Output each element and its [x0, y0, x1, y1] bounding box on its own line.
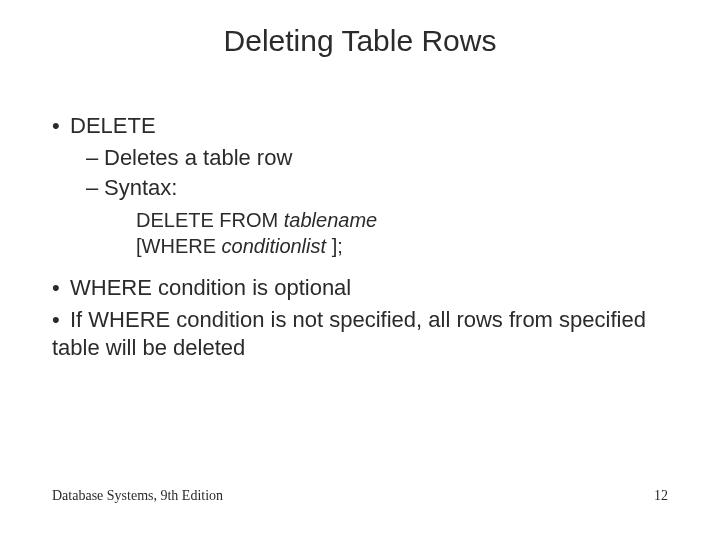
- slide: Deleting Table Rows •DELETE –Deletes a t…: [0, 0, 720, 540]
- syntax-italic: tablename: [284, 209, 377, 231]
- syntax-block: DELETE FROM tablename [WHERE conditionli…: [136, 208, 668, 259]
- bullet-text: If WHERE condition is not specified, all…: [52, 307, 646, 360]
- slide-body: •DELETE –Deletes a table row –Syntax: DE…: [52, 112, 668, 366]
- syntax-text: [WHERE: [136, 235, 222, 257]
- bullet-level1: •If WHERE condition is not specified, al…: [52, 306, 668, 362]
- bullet-icon: •: [52, 274, 70, 302]
- slide-title: Deleting Table Rows: [0, 24, 720, 58]
- bullet-text: WHERE condition is optional: [70, 275, 351, 300]
- footer-page-number: 12: [654, 488, 668, 504]
- bullet-level2: –Syntax:: [86, 174, 668, 202]
- footer-left: Database Systems, 9th Edition: [52, 488, 223, 504]
- bullet-level1: •WHERE condition is optional: [52, 274, 668, 302]
- syntax-text: DELETE FROM: [136, 209, 284, 231]
- sub-bullets: –Deletes a table row –Syntax: DELETE FRO…: [86, 144, 668, 260]
- syntax-line: DELETE FROM tablename: [136, 208, 668, 234]
- syntax-italic: conditionlist: [222, 235, 332, 257]
- bullet-level1: •DELETE: [52, 112, 668, 140]
- dash-icon: –: [86, 144, 104, 172]
- bullet-text: Deletes a table row: [104, 145, 292, 170]
- syntax-text: ];: [332, 235, 343, 257]
- syntax-line: [WHERE conditionlist ];: [136, 234, 668, 260]
- bullet-text: Syntax:: [104, 175, 177, 200]
- bullet-text: DELETE: [70, 113, 156, 138]
- bullet-icon: •: [52, 112, 70, 140]
- bullet-level2: –Deletes a table row: [86, 144, 668, 172]
- dash-icon: –: [86, 174, 104, 202]
- bullet-icon: •: [52, 306, 70, 334]
